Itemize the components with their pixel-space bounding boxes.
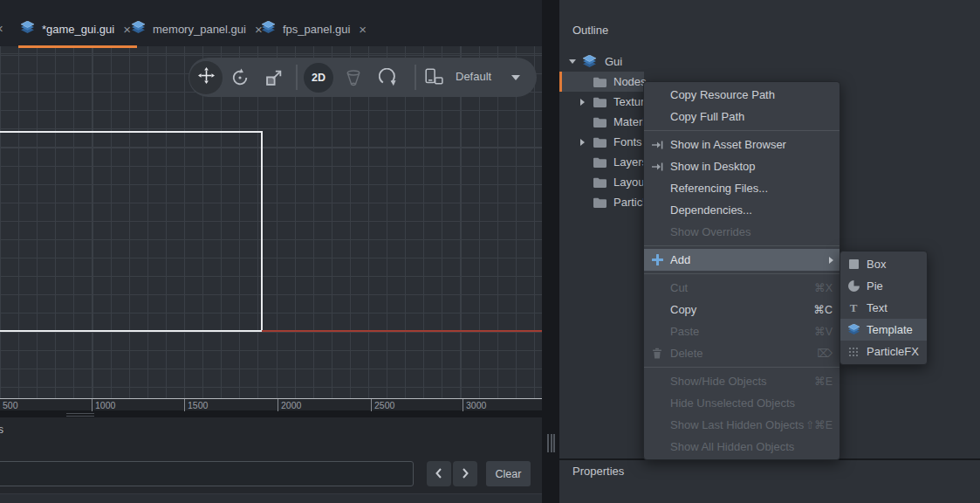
menu-item-show-in-asset-browser[interactable]: Show in Asset Browser xyxy=(644,134,840,155)
jump-to-icon xyxy=(644,141,670,149)
tab-label: fps_panel.gui xyxy=(283,23,350,36)
clear-button-label: Clear xyxy=(496,468,522,480)
folder-icon xyxy=(593,137,607,150)
next-result-button[interactable] xyxy=(453,461,477,486)
menu-item-label: Box xyxy=(867,258,927,271)
panel-resize-handle[interactable] xyxy=(547,434,555,452)
menu-item-show-hide-objects: Show/Hide Objects ⌘E xyxy=(644,370,840,392)
ruler-tick xyxy=(184,399,185,411)
horizontal-scrollbar[interactable] xyxy=(0,410,542,417)
clear-button[interactable]: Clear xyxy=(486,461,531,486)
reset-camera-button[interactable] xyxy=(379,68,398,91)
jump-to-icon xyxy=(644,162,670,171)
trash-icon xyxy=(644,348,670,359)
tab-label: memory_panel.gui xyxy=(153,23,246,36)
gui-file-icon xyxy=(131,21,146,37)
scene-toolbar: 2D xyxy=(188,58,537,97)
menu-item-copy[interactable]: Copy ⌘C xyxy=(644,299,840,320)
close-icon[interactable]: × xyxy=(359,23,367,36)
add-submenu: Box Pie T Text Template xyxy=(840,251,928,365)
folder-icon xyxy=(593,197,607,210)
tab-memory-panel[interactable]: memory_panel.gui × xyxy=(122,0,271,46)
editor-tab-bar: × *game_gui.gui × xyxy=(0,0,542,46)
menu-separator xyxy=(644,273,840,274)
menu-item-label: Copy xyxy=(670,303,813,316)
menu-item-add[interactable]: Add xyxy=(644,249,840,271)
scale-tool-button[interactable] xyxy=(264,68,284,91)
panel-label-partial: s xyxy=(0,424,3,436)
menu-item-label: Paste xyxy=(670,325,814,338)
menu-item-label: Delete xyxy=(670,347,817,360)
menu-item-show-last-hidden-objects: Show Last Hidden Objects ⇧⌘E xyxy=(644,414,840,436)
menu-item-label: Referencing Files... xyxy=(670,182,840,195)
tab-fps-panel[interactable]: fps_panel.gui × xyxy=(252,0,375,46)
text-icon: T xyxy=(840,302,867,314)
submenu-item-particlefx[interactable]: ParticleFX xyxy=(840,341,927,362)
folder-icon xyxy=(593,177,607,190)
menu-item-copy-resource-path[interactable]: Copy Resource Path xyxy=(644,84,840,106)
folder-icon xyxy=(593,97,607,110)
menu-item-label: Show All Hidden Objects xyxy=(670,440,840,453)
prev-result-button[interactable] xyxy=(427,461,451,486)
move-tool-button[interactable] xyxy=(189,61,223,94)
menu-item-label: Template xyxy=(867,323,927,336)
ruler-tick-label: 500 xyxy=(3,400,18,410)
layout-profile-dropdown[interactable]: Default xyxy=(456,70,491,83)
toolbar-separator xyxy=(415,65,416,90)
gui-file-icon xyxy=(582,55,597,71)
menu-item-copy-full-path[interactable]: Copy Full Path xyxy=(644,106,840,127)
gui-bounds-rectangle xyxy=(0,131,263,332)
menu-item-dependencies[interactable]: Dependencies... xyxy=(644,199,840,221)
folder-icon xyxy=(593,117,607,130)
ruler-tick xyxy=(92,399,93,411)
folder-icon xyxy=(593,157,607,170)
menu-item-show-overrides: Show Overrides xyxy=(644,221,840,243)
x-axis-line xyxy=(262,330,542,332)
rotate-tool-button[interactable] xyxy=(230,68,250,91)
submenu-item-template[interactable]: Template xyxy=(840,319,927,341)
perspective-camera-icon xyxy=(344,68,363,91)
menu-item-label: Cut xyxy=(670,281,814,294)
menu-item-label: Hide Unselected Objects xyxy=(670,396,840,410)
ruler-tick xyxy=(463,399,463,411)
menu-separator xyxy=(644,367,840,368)
menu-shortcut: ⌦ xyxy=(817,347,833,360)
tree-row-label: Fonts xyxy=(613,135,642,148)
menu-shortcut: ⇧⌘E xyxy=(805,418,833,431)
tree-row-label: Nodes xyxy=(613,75,647,88)
submenu-item-text[interactable]: T Text xyxy=(840,297,927,319)
menu-shortcut: ⌘E xyxy=(814,375,833,388)
menu-item-show-in-desktop[interactable]: Show in Desktop xyxy=(644,155,840,177)
menu-shortcut: ⌘V xyxy=(814,325,833,338)
expand-arrow-icon[interactable] xyxy=(580,99,585,106)
editor-panel: 2D xyxy=(0,0,542,503)
box-icon xyxy=(840,259,867,269)
scene-view-canvas[interactable]: 2D xyxy=(0,46,542,398)
chevron-left-icon xyxy=(435,466,442,482)
menu-item-label: ParticleFX xyxy=(867,345,927,358)
template-icon xyxy=(840,324,867,335)
search-input[interactable] xyxy=(0,461,414,486)
submenu-item-pie[interactable]: Pie xyxy=(840,275,927,297)
expand-arrow-icon[interactable] xyxy=(580,139,585,146)
menu-separator xyxy=(644,130,840,131)
tree-row-gui[interactable]: Gui xyxy=(559,52,980,72)
ruler-tick-label: 1000 xyxy=(95,400,115,410)
collapse-arrow-icon[interactable] xyxy=(569,59,576,64)
chevron-down-icon[interactable] xyxy=(511,75,520,80)
menu-item-hide-unselected-objects: Hide Unselected Objects xyxy=(644,392,840,414)
tab-game-gui[interactable]: *game_gui.gui × xyxy=(11,0,140,46)
particlefx-icon xyxy=(840,347,867,357)
menu-item-referencing-files[interactable]: Referencing Files... xyxy=(644,177,840,199)
2d-mode-button[interactable]: 2D xyxy=(304,63,333,93)
perspective-camera-button[interactable] xyxy=(344,68,363,91)
reset-camera-icon xyxy=(379,68,398,91)
submenu-item-box[interactable]: Box xyxy=(840,253,927,275)
tab-label: *game_gui.gui xyxy=(42,23,114,36)
menu-separator xyxy=(644,245,840,246)
chevron-right-icon xyxy=(462,466,469,482)
menu-item-label: Pie xyxy=(867,279,927,293)
scale-tool-icon xyxy=(264,68,284,91)
close-icon[interactable]: × xyxy=(0,21,3,36)
outline-panel-title: Outline xyxy=(572,24,608,37)
